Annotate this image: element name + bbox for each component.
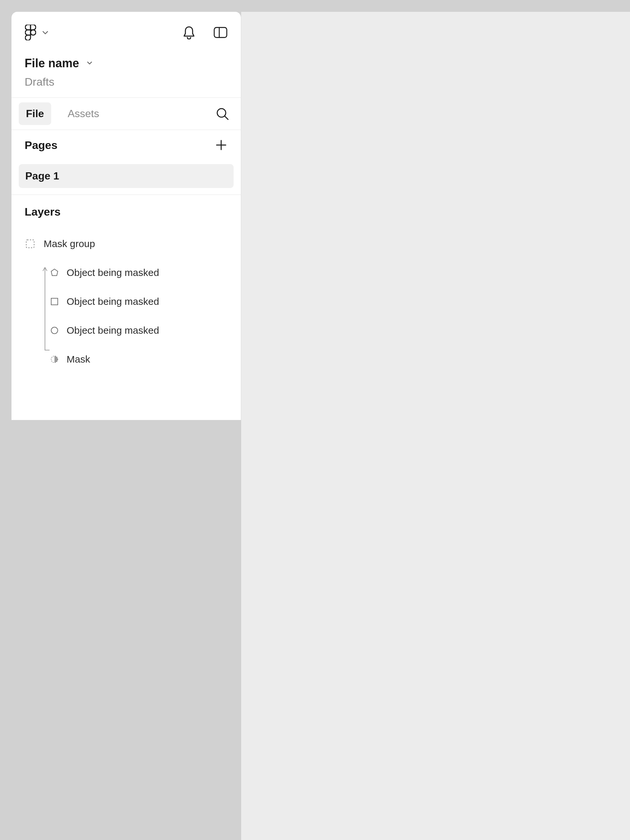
file-name-label: File name [25, 57, 79, 70]
svg-rect-1 [214, 28, 227, 38]
search-icon [216, 107, 229, 120]
file-info-section: File name Drafts [11, 47, 241, 98]
layers-section: Layers Mask group [11, 195, 241, 380]
panels-toggle-button[interactable] [213, 25, 228, 40]
file-menu-chevron-icon [87, 60, 92, 66]
svg-marker-8 [51, 269, 58, 276]
layer-label: Object being masked [66, 296, 159, 307]
mask-group-icon [25, 238, 36, 249]
main-menu-chevron-icon[interactable] [42, 30, 49, 35]
plus-icon [216, 139, 227, 151]
pages-section: Pages Page 1 [11, 130, 241, 195]
layer-label: Mask group [44, 238, 95, 249]
layer-mask[interactable]: Mask [49, 345, 234, 374]
layer-object-rectangle[interactable]: Object being masked [49, 287, 234, 316]
svg-point-0 [30, 30, 36, 35]
tab-assets[interactable]: Assets [60, 103, 106, 125]
toolbar-right [182, 25, 228, 40]
layer-label: Object being masked [66, 325, 159, 336]
layer-label: Object being masked [66, 267, 159, 278]
svg-rect-7 [26, 240, 34, 248]
layer-object-polygon[interactable]: Object being masked [49, 258, 234, 287]
sidebar-icon [213, 26, 228, 39]
rectangle-icon [49, 297, 59, 306]
polygon-icon [49, 268, 59, 278]
layer-tree: Mask group Object being masked [19, 233, 234, 374]
svg-line-4 [225, 116, 228, 120]
bell-icon [183, 25, 195, 39]
layers-title-label: Layers [19, 205, 234, 218]
notifications-button[interactable] [182, 25, 196, 40]
pages-title-label: Pages [25, 139, 57, 152]
ellipse-icon [49, 325, 59, 335]
mask-icon [49, 354, 59, 364]
panel-tabs: File Assets [11, 98, 241, 130]
layer-object-ellipse[interactable]: Object being masked [49, 316, 234, 345]
layer-label: Mask [66, 354, 90, 365]
left-panel: File name Drafts File Assets Pages [11, 12, 241, 420]
layer-mask-group[interactable]: Mask group [19, 233, 234, 255]
svg-rect-9 [51, 298, 58, 305]
tab-file[interactable]: File [19, 103, 51, 125]
toolbar-left [25, 24, 49, 41]
pages-header: Pages [19, 139, 234, 152]
search-button[interactable] [215, 107, 230, 121]
figma-logo-icon[interactable] [25, 24, 36, 41]
mask-bracket-icon [40, 262, 49, 354]
svg-point-10 [51, 327, 58, 334]
canvas-area[interactable] [241, 12, 315, 420]
page-item[interactable]: Page 1 [19, 164, 234, 188]
panel-toolbar [11, 12, 241, 47]
add-page-button[interactable] [215, 139, 228, 152]
file-location-label[interactable]: Drafts [25, 76, 228, 88]
layer-children: Object being masked Object being masked [39, 258, 234, 374]
file-name-row[interactable]: File name [25, 57, 228, 70]
